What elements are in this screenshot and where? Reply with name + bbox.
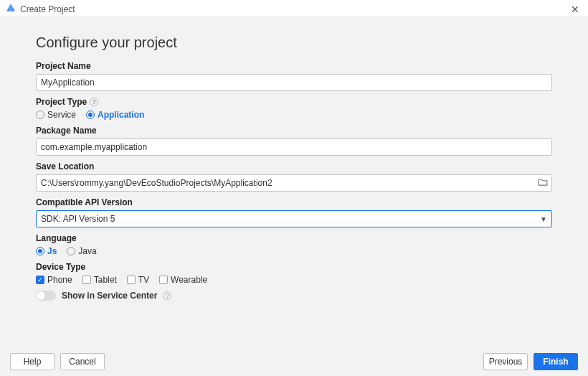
label-project-type: Project Type ? bbox=[36, 97, 552, 107]
label-show-service: Show in Service Center bbox=[62, 291, 157, 301]
radio-icon bbox=[36, 247, 44, 255]
help-icon[interactable]: ? bbox=[90, 98, 98, 106]
radio-application[interactable]: Application bbox=[86, 110, 144, 120]
label-api-version: Compatible API Version bbox=[36, 197, 552, 207]
checkbox-tablet[interactable]: Tablet bbox=[82, 275, 117, 285]
label-project-name: Project Name bbox=[36, 61, 552, 71]
cancel-button[interactable]: Cancel bbox=[60, 353, 105, 370]
checkbox-icon: ✓ bbox=[36, 276, 44, 284]
label-package-name: Package Name bbox=[36, 126, 552, 136]
radio-js[interactable]: Js bbox=[36, 246, 57, 256]
radio-java[interactable]: Java bbox=[67, 246, 96, 256]
help-icon[interactable]: ? bbox=[163, 291, 171, 300]
page-title: Configure your project bbox=[36, 34, 552, 51]
checkbox-icon bbox=[127, 276, 136, 284]
finish-button[interactable]: Finish bbox=[534, 353, 578, 370]
chevron-down-icon: ▼ bbox=[540, 215, 547, 223]
checkbox-icon bbox=[82, 276, 91, 284]
api-version-value: SDK: API Version 5 bbox=[41, 214, 115, 224]
label-device-type: Device Type bbox=[36, 262, 552, 272]
checkbox-tv[interactable]: TV bbox=[127, 275, 149, 285]
package-name-input[interactable] bbox=[36, 138, 552, 156]
help-button[interactable]: Help bbox=[10, 353, 54, 370]
show-service-toggle[interactable] bbox=[36, 291, 56, 301]
radio-icon bbox=[86, 111, 95, 119]
label-language: Language bbox=[36, 233, 552, 243]
checkbox-wearable[interactable]: Wearable bbox=[159, 275, 207, 285]
label-save-location: Save Location bbox=[36, 161, 552, 171]
dialog-content: Configure your project Project Name Proj… bbox=[0, 17, 588, 301]
folder-icon[interactable] bbox=[538, 178, 548, 189]
window-title: Create Project bbox=[20, 4, 75, 14]
titlebar: Create Project ✕ bbox=[0, 0, 588, 17]
close-icon[interactable]: ✕ bbox=[568, 4, 582, 15]
checkbox-phone[interactable]: ✓ Phone bbox=[36, 275, 72, 285]
project-name-input[interactable] bbox=[36, 74, 552, 91]
radio-icon bbox=[36, 111, 44, 119]
radio-service[interactable]: Service bbox=[36, 110, 76, 120]
api-version-select[interactable]: SDK: API Version 5 ▼ bbox=[36, 210, 552, 227]
dialog-footer: Help Cancel Previous Finish bbox=[0, 353, 588, 370]
radio-icon bbox=[67, 247, 75, 255]
save-location-input[interactable] bbox=[36, 174, 552, 192]
checkbox-icon bbox=[159, 276, 168, 284]
app-logo-icon bbox=[6, 3, 16, 15]
previous-button[interactable]: Previous bbox=[483, 353, 528, 370]
